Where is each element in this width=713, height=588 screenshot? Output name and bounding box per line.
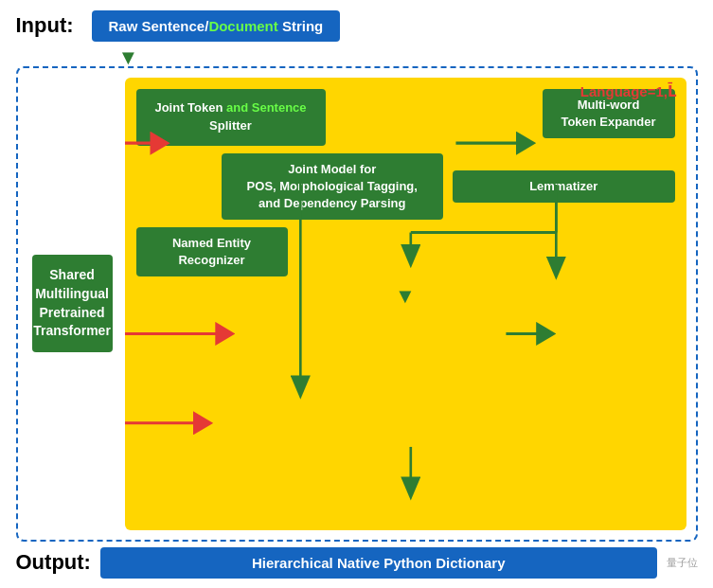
row3: Named Entity Recognizer [136, 227, 675, 276]
splitter-box: Joint Token and Sentence Splitter [136, 89, 326, 146]
left-side: Shared Multilingual Pretrained Transform… [27, 78, 117, 530]
ner-box: Named Entity Recognizer [136, 227, 288, 276]
input-text-highlight: Document [208, 18, 277, 34]
pos-line3: and Dependency Parsing [247, 195, 418, 212]
output-row: Output: Hierarchical Native Python Dicti… [16, 547, 698, 579]
shared-line3: Pretrained [33, 304, 111, 323]
output-box: Hierarchical Native Python Dictionary [100, 547, 657, 579]
outer-dashed-container: Shared Multilingual Pretrained Transform… [16, 66, 698, 542]
multiword-line2: Token Expander [554, 114, 664, 131]
input-label: Input: [16, 13, 82, 38]
lemmatizer-label: Lemmatizer [464, 178, 664, 195]
pos-line2: POS, Morphological Tagging, [247, 178, 418, 195]
arrow-out-yellow: ▼ [136, 286, 675, 307]
splitter-highlight: and Sentence [226, 100, 307, 115]
input-row: Input: Raw Sentence/Document String [16, 10, 698, 42]
pos-box: Joint Model for POS, Morphological Taggi… [222, 153, 444, 221]
main-container: Input: Raw Sentence/Document String ▼ Sh… [16, 10, 698, 579]
shared-transformer-box: Shared Multilingual Pretrained Transform… [32, 255, 113, 351]
shared-line1: Shared [33, 266, 111, 285]
shared-line4: Transformer [33, 322, 111, 341]
language-label: Language=1,L̄ [580, 83, 677, 100]
pos-line1: Joint Model for [247, 161, 418, 178]
input-box: Raw Sentence/Document String [92, 10, 341, 42]
shared-line2: Multilingual [33, 285, 111, 304]
input-text-plain: Raw Sentence/ [109, 18, 209, 34]
watermark: 量子位 [667, 556, 698, 570]
ner-line2: Recognizer [148, 252, 276, 269]
ner-line1: Named Entity [148, 235, 276, 252]
yellow-area: Language=1,L̄ [125, 78, 686, 530]
input-text-end: String [278, 18, 324, 34]
diagram-body: Shared Multilingual Pretrained Transform… [27, 78, 686, 530]
arrow-input-to-splitter: ▼ [16, 47, 698, 68]
row2: Joint Model for POS, Morphological Taggi… [136, 153, 675, 221]
output-label: Output: [16, 550, 91, 575]
lemmatizer-box: Lemmatizer [453, 170, 675, 203]
